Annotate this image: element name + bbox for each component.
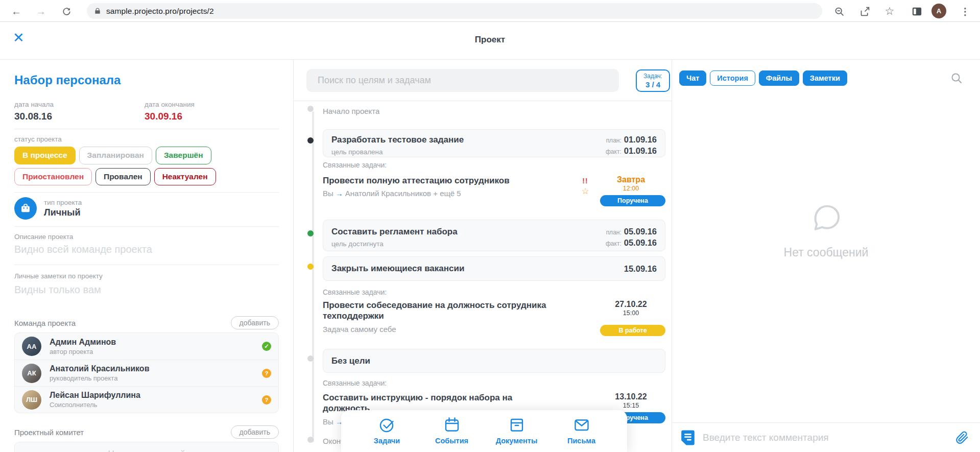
task-row[interactable]: Провести полную аттестацию сотрудников В… — [323, 175, 665, 206]
related-tasks-label: Связанные задачи: — [323, 288, 387, 296]
page-title: Проект — [0, 35, 980, 45]
avatar: АА — [22, 337, 41, 356]
browser-forward-icon[interactable]: → — [34, 4, 48, 18]
team-section-header: Команда проекта добавить — [14, 316, 279, 329]
add-team-member-button[interactable]: добавить — [231, 316, 279, 329]
plan-label: план: — [606, 137, 622, 144]
template-note-icon[interactable] — [680, 430, 696, 446]
status-failed[interactable]: Провален — [95, 168, 151, 186]
side-panel-icon[interactable] — [910, 5, 923, 18]
tasks-counter-label: Задач: — [637, 73, 669, 80]
calendar-icon — [443, 416, 461, 434]
tab-files[interactable]: Файлы — [759, 70, 799, 86]
related-tasks-label: Связанные задачи: — [323, 379, 387, 387]
task-assignees: Задача самому себе — [323, 325, 570, 334]
end-date-value[interactable]: 30.09.16 — [145, 111, 275, 122]
task-assignees: Вы→Анатолий Красильников + ещё 5 — [323, 189, 570, 198]
browser-back-icon[interactable]: ← — [9, 4, 23, 18]
task-due-time: 12:00 — [596, 185, 665, 192]
browser-reload-icon[interactable] — [59, 4, 74, 18]
browser-avatar[interactable]: A — [931, 4, 946, 18]
team-label: Команда проекта — [14, 319, 76, 327]
toolbar-documents[interactable]: Документы — [484, 416, 549, 452]
no-messages-text: Нет сообщений — [672, 246, 980, 259]
team-member-row[interactable]: АА Админ Админов автор проекта ✓ — [15, 333, 278, 360]
goal-card[interactable]: Разработать тестовое задание цель провал… — [323, 129, 665, 157]
goal-date: 15.09.16 — [624, 264, 657, 274]
avatar: ЛШ — [22, 390, 41, 410]
project-type-row[interactable]: тип проекта Личный — [14, 197, 279, 220]
goal-card[interactable]: Без цели — [323, 349, 665, 373]
comment-composer — [672, 422, 980, 452]
description-field[interactable]: Видно всей команде проекта — [14, 244, 279, 255]
toolbar-tasks[interactable]: Задачи — [354, 416, 419, 452]
project-details-panel: Набор персонала дата начала 30.08.16 дат… — [0, 60, 294, 452]
pending-question-icon: ? — [262, 395, 271, 405]
project-type-label: тип проекта — [44, 199, 82, 206]
task-due-time: 15:15 — [596, 402, 665, 409]
panel-tabs: Чат История Файлы Заметки — [679, 70, 847, 86]
team-member-row[interactable]: АК Анатолий Красильников руководитель пр… — [15, 360, 278, 386]
priority-icon: !! — [574, 177, 596, 185]
divider — [14, 192, 279, 193]
goal-status: цель провалена — [331, 148, 464, 156]
notes-label: Личные заметки по проекту — [14, 272, 279, 280]
goal-marker-failed — [307, 137, 314, 144]
status-badges: В процессе Запланирован Завершён Приоста… — [14, 147, 279, 185]
fact-label: факт: — [606, 148, 622, 155]
browser-menu-icon[interactable]: ⋮ — [959, 5, 972, 18]
notes-field[interactable]: Видны только вам — [14, 284, 279, 296]
tasks-counter[interactable]: Задач: 3 / 4 — [636, 69, 670, 92]
chat-search-icon[interactable] — [950, 72, 963, 86]
timeline-end-marker — [307, 437, 314, 443]
goal-card[interactable]: Составить регламент набора цель достигну… — [323, 220, 665, 251]
status-completed[interactable]: Завершён — [156, 147, 211, 164]
share-icon[interactable] — [858, 5, 871, 18]
member-name: Админ Админов — [50, 338, 262, 347]
plan-date: 01.09.16 — [624, 135, 657, 145]
goal-title: Закрыть имеющиеся вакансии — [331, 264, 464, 274]
lock-icon — [94, 7, 101, 15]
fact-date: 05.09.16 — [624, 238, 657, 248]
end-date-label: дата окончания — [145, 101, 275, 108]
committee-empty-state: Нет пользователей — [14, 442, 279, 452]
status-irrelevant[interactable]: Неактуален — [154, 168, 216, 186]
toolbar-events[interactable]: События — [419, 416, 484, 452]
fact-label: факт: — [606, 240, 622, 247]
tab-history[interactable]: История — [710, 70, 755, 86]
toolbar-label: События — [435, 437, 468, 445]
status-paused[interactable]: Приостановлен — [14, 168, 92, 186]
task-title: Провести собеседование на должность сотр… — [323, 300, 569, 322]
goal-card[interactable]: Закрыть имеющиеся вакансии 15.09.16 — [323, 256, 665, 281]
project-title[interactable]: Набор персонала — [14, 73, 279, 87]
task-title: Провести полную аттестацию сотрудников — [323, 175, 570, 186]
task-row[interactable]: Провести собеседование на должность сотр… — [323, 300, 665, 336]
timeline-start-label: Начало проекта — [323, 107, 379, 115]
comment-input[interactable] — [703, 432, 948, 443]
url-bar[interactable]: sample.projecto.pro/projects/2 — [87, 3, 822, 19]
goals-search-input[interactable] — [306, 69, 619, 92]
divider — [294, 101, 672, 101]
member-name: Лейсан Шарифуллина — [50, 391, 262, 400]
bookmark-star-icon[interactable]: ☆ — [883, 5, 896, 18]
tab-notes[interactable]: Заметки — [803, 70, 847, 86]
tab-chat[interactable]: Чат — [679, 70, 706, 86]
team-member-row[interactable]: ЛШ Лейсан Шарифуллина Соисполнитель ? — [15, 386, 278, 413]
status-in-progress[interactable]: В процессе — [14, 147, 76, 164]
status-section-label: статус проекта — [14, 135, 279, 143]
toolbar-mail[interactable]: Письма — [549, 416, 614, 452]
toolbar-label: Задачи — [374, 437, 400, 445]
committee-section-header: Проектный комитет добавить — [14, 425, 279, 439]
start-date-value[interactable]: 30.08.16 — [14, 111, 145, 122]
add-committee-member-button[interactable]: добавить — [231, 425, 279, 439]
goal-title: Составить регламент набора — [331, 227, 458, 237]
project-dates: дата начала 30.08.16 дата окончания 30.0… — [14, 101, 279, 122]
status-planned[interactable]: Запланирован — [79, 147, 152, 164]
member-name: Анатолий Красильников — [50, 364, 262, 373]
favorite-star-icon[interactable]: ☆ — [574, 186, 596, 197]
attachment-paperclip-icon[interactable] — [955, 431, 969, 444]
browser-toolbar: ← → sample.projecto.pro/projects/2 ☆ A ⋮ — [0, 0, 980, 22]
goal-marker-active — [307, 264, 314, 270]
arrow-right-icon: → — [333, 189, 345, 198]
zoom-out-icon[interactable] — [832, 5, 846, 18]
